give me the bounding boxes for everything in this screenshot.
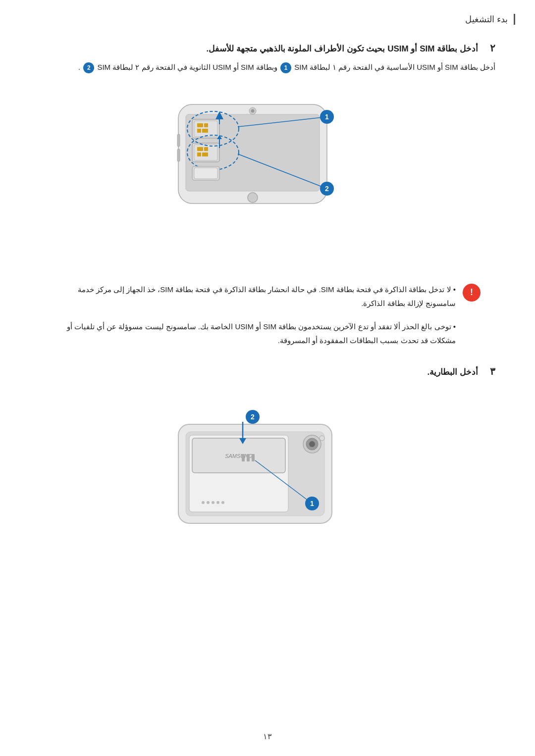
svg-rect-42 — [247, 454, 250, 461]
svg-text:2: 2 — [251, 413, 255, 421]
svg-rect-15 — [197, 147, 203, 151]
svg-point-37 — [320, 436, 324, 441]
step2-subtitle: أدخل بطاقة SIM أو USIM الأساسية في الفتح… — [40, 60, 495, 75]
svg-point-44 — [202, 501, 205, 504]
svg-rect-43 — [252, 454, 255, 461]
warning-item-1: ! • لا تدخل بطاقة الذاكرة في فتحة بطاقة … — [54, 283, 481, 311]
warnings-section: ! • لا تدخل بطاقة الذاكرة في فتحة بطاقة … — [40, 283, 495, 348]
step2-section: ٢ أدخل بطاقة SIM أو USIM بحيث تكون الأطر… — [40, 40, 495, 75]
step2-number: ٢ — [490, 43, 495, 53]
sim-diagram-svg: 1 2 — [139, 90, 396, 268]
svg-point-3 — [251, 109, 255, 112]
sim-diagram-container: 1 2 — [40, 90, 495, 268]
step2-subtitle-end: . — [78, 63, 80, 71]
step2-subtitle-text: أدخل بطاقة SIM أو USIM الأساسية في الفتح… — [294, 63, 495, 71]
step3-title: ٣ أدخل البطارية. — [40, 363, 495, 380]
svg-point-45 — [207, 501, 210, 504]
battery-diagram-svg: SAMSUNG 2 1 — [149, 395, 386, 543]
svg-rect-17 — [197, 152, 201, 156]
svg-rect-12 — [202, 129, 208, 133]
svg-text:1: 1 — [310, 500, 314, 507]
svg-point-4 — [248, 193, 258, 202]
badge-1: 1 — [280, 62, 291, 73]
page-number: ١٣ — [263, 732, 272, 741]
svg-rect-41 — [242, 454, 245, 461]
step2-subtitle-text2: وبطاقة SIM أو USIM الثانوية في الفتحة رق… — [97, 63, 277, 71]
svg-rect-11 — [197, 129, 201, 133]
svg-point-48 — [221, 501, 224, 504]
page-footer: ١٣ — [0, 732, 535, 741]
svg-point-47 — [216, 501, 219, 504]
battery-diagram-container: SAMSUNG 2 1 — [40, 395, 495, 543]
badge-2: 2 — [83, 62, 94, 73]
svg-point-46 — [212, 501, 214, 504]
step3-number: ٣ — [490, 366, 495, 377]
page-header: بدء التشغيل — [20, 14, 515, 25]
svg-rect-9 — [197, 123, 203, 127]
step2-title-text: أدخل بطاقة SIM أو USIM بحيث تكون الأطراف… — [206, 44, 478, 53]
svg-rect-10 — [204, 123, 208, 127]
svg-point-36 — [309, 441, 315, 447]
svg-rect-31 — [194, 168, 217, 179]
svg-rect-5 — [177, 134, 180, 147]
svg-rect-6 — [177, 149, 180, 161]
step3-title-text: أدخل البطارية. — [427, 367, 478, 377]
warning-text-1: • لا تدخل بطاقة الذاكرة في فتحة بطاقة SI… — [54, 283, 456, 311]
svg-rect-16 — [204, 147, 208, 151]
page-content: ٢ أدخل بطاقة SIM أو USIM بحيث تكون الأطر… — [0, 0, 535, 588]
warning-item-2: • توخى بالغ الحذر ألا تفقد أو تدع الآخري… — [54, 320, 481, 348]
warning-icon-1: ! — [463, 284, 481, 302]
svg-rect-18 — [202, 152, 208, 156]
step3-section: ٣ أدخل البطارية. — [40, 363, 495, 380]
svg-text:2: 2 — [325, 185, 329, 193]
step2-title: ٢ أدخل بطاقة SIM أو USIM بحيث تكون الأطر… — [40, 40, 495, 56]
svg-text:1: 1 — [325, 113, 329, 121]
warning-text-2: • توخى بالغ الحذر ألا تفقد أو تدع الآخري… — [54, 320, 456, 348]
header-title: بدء التشغيل — [465, 14, 508, 25]
